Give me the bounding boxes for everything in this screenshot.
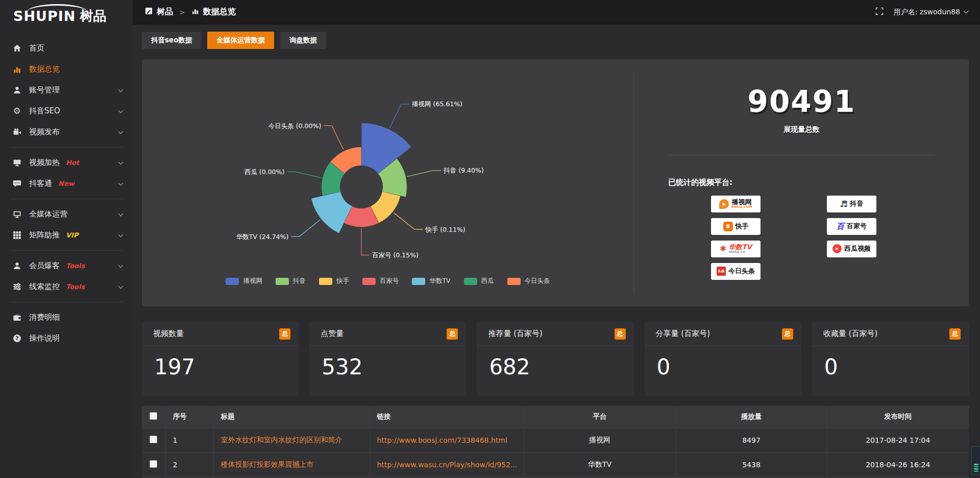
row-checkbox[interactable] xyxy=(150,460,157,468)
video-url-link[interactable]: http://www.wasu.cn/Play/show/id/952... xyxy=(377,461,518,469)
pie-label-5: 西瓜 (0.00%) xyxy=(244,168,284,176)
legend-item-3[interactable]: 百家号 xyxy=(362,277,399,285)
legend-item-6[interactable]: 今日头条 xyxy=(507,277,550,285)
legend-label: 百家号 xyxy=(380,277,399,285)
platform-badge-sub: wasu.cn xyxy=(729,250,745,254)
sidebar-item-tag: New xyxy=(58,180,75,187)
stat-card-value: 532 xyxy=(309,346,466,379)
sidebar-item-matrix-boost[interactable]: 矩阵助推VIP xyxy=(0,225,133,246)
platform-badge-kuaishou: 8快手 xyxy=(711,218,761,235)
stat-card-2: 推荐量 (百家号)总682 xyxy=(477,322,633,396)
sidebar-item-tag: Tools xyxy=(66,283,85,291)
pie-label-line-5 xyxy=(287,172,321,178)
stat-card-value: 682 xyxy=(477,346,633,379)
sidebar-item-clue-monitor[interactable]: 线索监控Tools xyxy=(0,276,133,297)
legend-label: 今日头条 xyxy=(525,277,550,285)
pie-label-4: 华数TV (24.74%) xyxy=(236,233,289,241)
sidebar-divider xyxy=(10,302,122,302)
legend-item-0[interactable]: 播视网 xyxy=(226,277,262,285)
person-icon xyxy=(12,261,21,271)
legend-item-4[interactable]: 华数TV xyxy=(412,277,450,285)
row-checkbox[interactable] xyxy=(150,436,157,443)
legend-swatch xyxy=(362,278,376,285)
sidebar-item-label: 数据总览 xyxy=(29,64,60,74)
chevron-down-icon xyxy=(118,283,124,289)
chart-icon xyxy=(12,65,21,74)
platform-badges-col-1: ▶播视网boosj.com8快手✱华数TVwasu.cn头条今日头条 xyxy=(711,196,761,280)
sidebar-item-data-overview[interactable]: 数据总览 xyxy=(0,59,133,80)
sidebar-item-video-heat[interactable]: 视频加热Hot xyxy=(0,152,133,173)
user-menu[interactable]: 用户名: zswodun88 xyxy=(894,8,968,17)
breadcrumb-current[interactable]: 数据总览 xyxy=(203,7,236,17)
sidebar-item-account-manage[interactable]: 账号管理 xyxy=(0,80,133,101)
video-title-link[interactable]: 楼体投影灯投影效果震撼上市 xyxy=(221,460,314,468)
fullscreen-icon[interactable] xyxy=(875,7,884,17)
sidebar-item-tag: Hot xyxy=(66,159,79,166)
col-header-time: 发布时间 xyxy=(827,406,969,428)
video-title-link[interactable]: 室外水纹灯和室内水纹灯的区别和简介 xyxy=(221,436,342,444)
total-badge[interactable]: 总 xyxy=(615,328,626,340)
stat-cards-row: 视频数量总197点赞量总532推荐量 (百家号)总682分享量 (百家号)总0收… xyxy=(142,322,969,396)
legend-item-5[interactable]: 西瓜 xyxy=(464,277,494,285)
platform-badges-col-2: ♬抖音百百家号▶西瓜视频 xyxy=(827,196,876,280)
cell-time: 2017-08-24 17:04 xyxy=(827,428,969,452)
stat-card-title: 收藏量 (百家号) xyxy=(823,329,877,339)
sidebar-nav: 首页数据总览账号管理⚙抖音SEO视频发布视频加热Hot抖客通New全媒体运营矩阵… xyxy=(0,32,133,349)
sidebar-item-member-baoke[interactable]: 会员爆客Tools xyxy=(0,255,133,276)
app-logo[interactable]: SHUPIN 树品 xyxy=(0,0,133,32)
legend-label: 西瓜 xyxy=(481,277,494,285)
sidebar-item-douyin-seo[interactable]: ⚙抖音SEO xyxy=(0,101,133,122)
legend-swatch xyxy=(507,278,521,285)
wasu-logo-icon: ✱ xyxy=(720,244,726,253)
stat-card-title: 点赞量 xyxy=(321,329,344,339)
total-badge[interactable]: 总 xyxy=(447,328,458,340)
select-all-checkbox[interactable] xyxy=(150,412,157,420)
platform-badges: ▶播视网boosj.com8快手✱华数TVwasu.cn头条今日头条 ♬抖音百百… xyxy=(711,196,969,280)
col-header-index: 序号 xyxy=(165,406,213,428)
breadcrumb-root[interactable]: 树品 xyxy=(157,7,173,17)
tab-1[interactable]: 全媒体运营数据 xyxy=(207,32,274,49)
xigua-logo-icon: ▶ xyxy=(832,244,842,253)
legend-item-2[interactable]: 快手 xyxy=(319,277,349,285)
pie-label-6: 今日头条 (0.00%) xyxy=(268,122,321,130)
chevron-down-icon xyxy=(964,9,969,14)
sidebar-item-home[interactable]: 首页 xyxy=(0,38,133,59)
breadcrumb-current-icon xyxy=(191,7,199,17)
pie-label-line-0 xyxy=(390,104,410,128)
platform-badge-boosj: ▶播视网boosj.com xyxy=(711,196,761,212)
summary-area: 90491 展现量总数 已统计的视频平台: ▶播视网boosj.com8快手✱华… xyxy=(634,59,969,306)
sidebar-item-video-publish[interactable]: 视频发布 xyxy=(0,122,133,142)
sidebar-item-label: 视频加热 xyxy=(29,158,60,168)
toutiao-logo-icon: 头条 xyxy=(717,267,726,276)
legend-label: 播视网 xyxy=(243,277,262,285)
stat-card-header: 点赞量总 xyxy=(309,322,466,346)
stat-card-header: 分享量 (百家号)总 xyxy=(645,322,801,346)
platform-badge-name: 播视网 xyxy=(731,199,751,206)
table-row: 1 室外水纹灯和室内水纹灯的区别和简介 http://www.boosj.com… xyxy=(142,428,969,452)
sidebar-item-label: 全媒体运营 xyxy=(29,209,67,219)
cell-plays: 5438 xyxy=(676,452,827,477)
platform-badge-wasu: ✱华数TVwasu.cn xyxy=(711,241,761,257)
total-badge[interactable]: 总 xyxy=(949,328,961,340)
pie-slice-4[interactable] xyxy=(311,192,352,233)
cell-plays: 8497 xyxy=(676,428,827,452)
floating-widget[interactable] xyxy=(971,446,980,475)
sidebar-item-douketong[interactable]: 抖客通New xyxy=(0,173,133,194)
sidebar-divider xyxy=(10,250,122,251)
sidebar-item-label: 抖音SEO xyxy=(29,106,60,116)
sidebar-item-help[interactable]: ?操作说明 xyxy=(0,328,133,349)
platform-badge-xigua: ▶西瓜视频 xyxy=(827,241,876,257)
stat-card-header: 收藏量 (百家号)总 xyxy=(812,322,969,346)
pie-slice-0[interactable] xyxy=(361,123,411,174)
sidebar-item-omni-media[interactable]: 全媒体运营 xyxy=(0,204,133,225)
video-url-link[interactable]: http://www.boosj.com/7338468.html xyxy=(377,436,507,444)
cell-platform: 播视网 xyxy=(524,428,676,452)
total-badge[interactable]: 总 xyxy=(279,328,290,340)
breadcrumb-root-icon xyxy=(145,7,153,17)
tab-2[interactable]: 询盘数据 xyxy=(280,32,326,49)
sidebar-item-consume-detail[interactable]: 消费明细 xyxy=(0,307,133,328)
legend-item-1[interactable]: 抖音 xyxy=(276,277,306,285)
tab-0[interactable]: 抖音seo数据 xyxy=(142,32,201,49)
douyin-logo-icon: ♬ xyxy=(840,199,847,209)
total-badge[interactable]: 总 xyxy=(782,328,793,340)
